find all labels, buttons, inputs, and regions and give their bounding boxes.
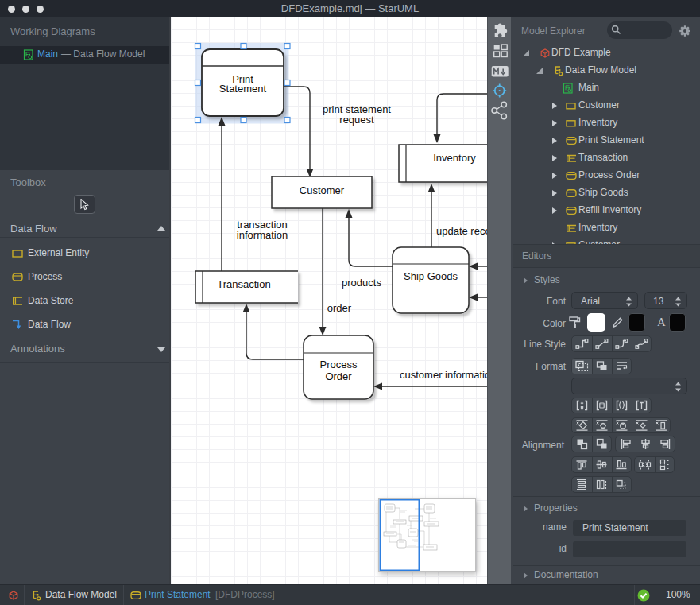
svg-text:Process: Process (320, 359, 358, 370)
svg-text:information: information (237, 229, 288, 241)
svg-text:products: products (342, 277, 381, 289)
svg-text:request: request (339, 114, 374, 126)
svg-text:update record: update record (436, 225, 487, 237)
svg-text:Transaction: Transaction (217, 278, 270, 290)
svg-text:customer information: customer information (400, 369, 487, 381)
svg-text:order: order (327, 302, 352, 314)
svg-text:Statement: Statement (219, 83, 267, 95)
svg-text:Ship Goods: Ship Goods (404, 270, 458, 282)
svg-text:Customer: Customer (300, 184, 345, 196)
svg-text:Order: Order (325, 370, 352, 382)
svg-text:Inventory: Inventory (433, 152, 476, 164)
